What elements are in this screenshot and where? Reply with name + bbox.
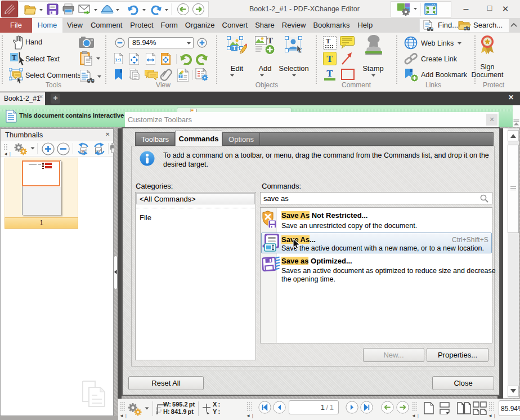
svg-text:1:1: 1:1 (115, 57, 122, 62)
svg-text:T: T (267, 36, 273, 45)
svg-text:T: T (232, 45, 236, 51)
svg-text:T: T (12, 53, 17, 61)
svg-text:T: T (326, 37, 330, 45)
svg-text:T: T (326, 53, 333, 64)
svg-text:T: T (326, 68, 333, 79)
svg-text:T: T (180, 74, 182, 78)
